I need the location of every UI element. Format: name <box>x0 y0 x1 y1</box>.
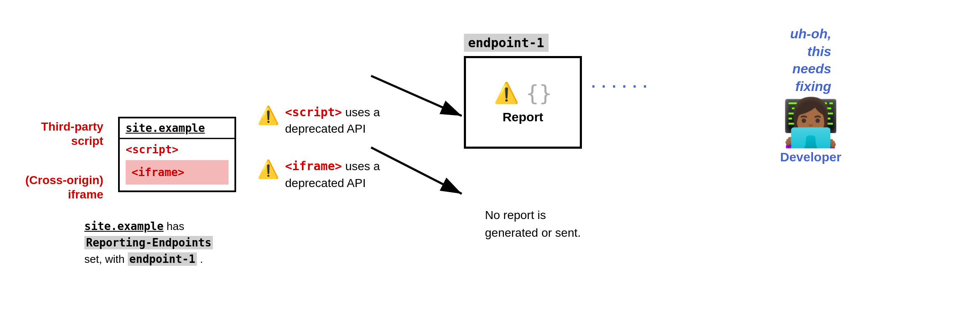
dotted-area: ...... <box>590 67 652 93</box>
warning-item-script: ⚠️ <script> uses adeprecated API <box>257 104 380 137</box>
developer-area: uh-oh, this needs fixing 👩🏾‍💻 Developer <box>780 25 841 164</box>
warning-icon-script: ⚠️ <box>257 105 279 126</box>
caption-line1-rest: has <box>164 220 184 233</box>
caption-endpoint-highlight: endpoint-1 <box>128 252 197 266</box>
warning-icon-iframe: ⚠️ <box>257 159 279 179</box>
site-box: site.example <script> <iframe> <box>118 117 236 192</box>
caption-line3-start: set, with <box>84 253 128 265</box>
no-report-text: No report isgenerated or sent. <box>485 206 581 242</box>
endpoint-box: ⚠️ {} Report <box>464 56 582 149</box>
left-labels: Third-party script (Cross-origin) iframe <box>25 120 103 201</box>
third-party-label: Third-party script <box>25 120 103 148</box>
caption-site-mono: site.example <box>84 220 164 233</box>
endpoint-label: endpoint-1 <box>464 34 549 52</box>
svg-line-2 <box>371 147 462 194</box>
site-box-iframe: <iframe> <box>126 160 229 185</box>
caption-reporting-endpoints: Reporting-Endpoints <box>84 236 213 249</box>
warning-text-iframe: <iframe> uses adeprecated API <box>285 158 380 191</box>
endpoint-report-text: Report <box>503 110 544 124</box>
iframe-tag-red: <iframe> <box>285 159 342 173</box>
site-box-caption: site.example has Reporting-Endpoints set… <box>84 218 213 268</box>
developer-label: Developer <box>780 150 841 164</box>
script-tag-red: <script> <box>285 105 342 119</box>
caption-line3-end: . <box>197 253 203 265</box>
endpoint-box-wrap: endpoint-1 ⚠️ {} Report <box>464 34 582 149</box>
developer-avatar: 👩🏾‍💻 <box>782 99 840 146</box>
speech-bubble-text: uh-oh, this needs fixing <box>790 25 832 95</box>
endpoint-warning-icon: ⚠️ <box>494 81 519 105</box>
endpoint-curly: {} <box>526 80 552 106</box>
warnings-area: ⚠️ <script> uses adeprecated API ⚠️ <ifr… <box>257 104 380 191</box>
svg-line-1 <box>371 76 462 116</box>
diagram-container: Third-party script (Cross-origin) iframe… <box>0 0 980 321</box>
site-box-header: site.example <box>120 118 234 139</box>
cross-origin-label: (Cross-origin) iframe <box>25 173 103 201</box>
endpoint-icons: ⚠️ {} <box>494 80 552 106</box>
site-box-script: <script> <box>120 139 234 160</box>
warning-item-iframe: ⚠️ <iframe> uses adeprecated API <box>257 158 380 191</box>
warning-text-script: <script> uses adeprecated API <box>285 104 380 137</box>
dots: ...... <box>590 67 652 93</box>
